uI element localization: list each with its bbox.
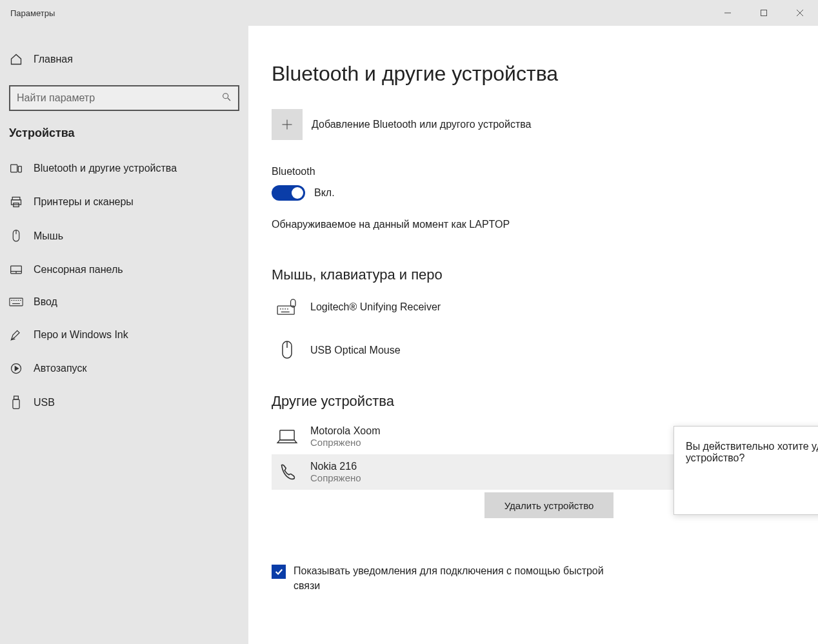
sidebar-item-label: Автозапуск — [34, 363, 86, 374]
svg-rect-8 — [12, 197, 20, 200]
sidebar-item-touchpad[interactable]: Сенсорная панель — [0, 254, 248, 286]
keyboard-icon — [9, 297, 23, 307]
sidebar-item-label: Мышь — [34, 230, 63, 242]
discoverable-text: Обнаруживаемое на данный момент как LAPT… — [272, 219, 795, 230]
device-row-mouse[interactable]: USB Optical Mouse — [272, 334, 795, 367]
svg-rect-25 — [13, 399, 19, 408]
sidebar-item-label: Bluetooth и другие устройства — [34, 163, 177, 174]
svg-point-4 — [223, 94, 228, 99]
sidebar-home[interactable]: Главная — [0, 45, 248, 74]
window-controls — [710, 0, 818, 26]
usb-icon — [9, 396, 23, 410]
sidebar-home-label: Главная — [34, 54, 73, 65]
bluetooth-toggle[interactable] — [272, 185, 305, 201]
device-status: Сопряжено — [310, 437, 381, 448]
pen-icon — [9, 328, 23, 341]
confirm-remove-dialog: Вы действительно хотите удалить это устр… — [673, 426, 818, 515]
sidebar-item-label: Принтеры и сканеры — [34, 196, 134, 208]
sidebar: Главная Устройства Bluetooth и другие ус… — [0, 26, 248, 644]
device-name: Motorola Xoom — [310, 425, 381, 437]
svg-rect-6 — [11, 165, 17, 172]
search-box[interactable] — [9, 85, 239, 111]
add-device-button[interactable] — [272, 109, 303, 140]
remove-device-button[interactable]: Удалить устройство — [484, 492, 614, 518]
minimize-button[interactable] — [710, 0, 746, 26]
add-device-label: Добавление Bluetooth или другого устройс… — [312, 119, 532, 130]
quick-pair-checkbox-row[interactable]: Показывать уведомления для подключения с… — [272, 563, 607, 593]
svg-rect-16 — [10, 298, 23, 306]
device-name: USB Optical Mouse — [310, 345, 401, 356]
sidebar-section-header: Устройства — [0, 126, 248, 152]
mouse-icon — [9, 229, 23, 243]
page-title: Bluetooth и другие устройства — [272, 62, 795, 86]
keyboard-mouse-icon — [275, 299, 299, 316]
devices-icon — [9, 162, 23, 175]
device-row-receiver[interactable]: Logitech® Unifying Receiver — [272, 292, 795, 322]
autoplay-icon — [9, 362, 23, 375]
maximize-button[interactable] — [746, 0, 782, 26]
printer-icon — [9, 196, 23, 208]
sidebar-item-label: Перо и Windows Ink — [34, 329, 128, 341]
sidebar-item-autoplay[interactable]: Автозапуск — [0, 352, 248, 385]
svg-rect-37 — [280, 430, 294, 439]
touchpad-icon — [9, 265, 23, 275]
window-title: Параметры — [10, 8, 55, 18]
sidebar-item-bluetooth[interactable]: Bluetooth и другие устройства — [0, 152, 248, 185]
bluetooth-label: Bluetooth — [272, 166, 795, 177]
phone-icon — [275, 463, 299, 482]
sidebar-item-label: USB — [34, 397, 55, 408]
search-input[interactable] — [17, 92, 221, 104]
sidebar-item-mouse[interactable]: Мышь — [0, 219, 248, 254]
device-status: Сопряжено — [310, 472, 361, 483]
confirm-text: Вы действительно хотите удалить это устр… — [686, 441, 818, 464]
sidebar-item-pen[interactable]: Перо и Windows Ink — [0, 318, 248, 352]
home-icon — [9, 53, 23, 66]
mouse-icon — [275, 340, 299, 361]
sidebar-item-label: Ввод — [34, 296, 57, 308]
svg-rect-24 — [14, 396, 19, 399]
titlebar: Параметры — [0, 0, 818, 26]
sidebar-item-typing[interactable]: Ввод — [0, 286, 248, 318]
section-title-input: Мышь, клавиатура и перо — [272, 267, 795, 283]
svg-rect-1 — [761, 10, 767, 16]
sidebar-item-label: Сенсорная панель — [34, 264, 123, 276]
svg-line-5 — [228, 98, 230, 101]
close-button[interactable] — [782, 0, 818, 26]
checkbox[interactable] — [272, 565, 286, 579]
sidebar-item-usb[interactable]: USB — [0, 385, 248, 420]
sidebar-item-printers[interactable]: Принтеры и сканеры — [0, 185, 248, 219]
toggle-state-label: Вкл. — [314, 187, 335, 199]
add-device-row[interactable]: Добавление Bluetooth или другого устройс… — [272, 109, 795, 140]
device-name: Nokia 216 — [310, 461, 361, 472]
main-content: Bluetooth и другие устройства Добавление… — [248, 26, 818, 644]
section-title-other: Другие устройства — [272, 393, 795, 410]
device-name: Logitech® Unifying Receiver — [310, 301, 441, 313]
search-icon — [221, 92, 232, 105]
checkbox-label: Показывать уведомления для подключения с… — [294, 563, 607, 593]
laptop-icon — [275, 428, 299, 445]
svg-rect-7 — [18, 166, 21, 172]
svg-rect-9 — [12, 200, 21, 205]
